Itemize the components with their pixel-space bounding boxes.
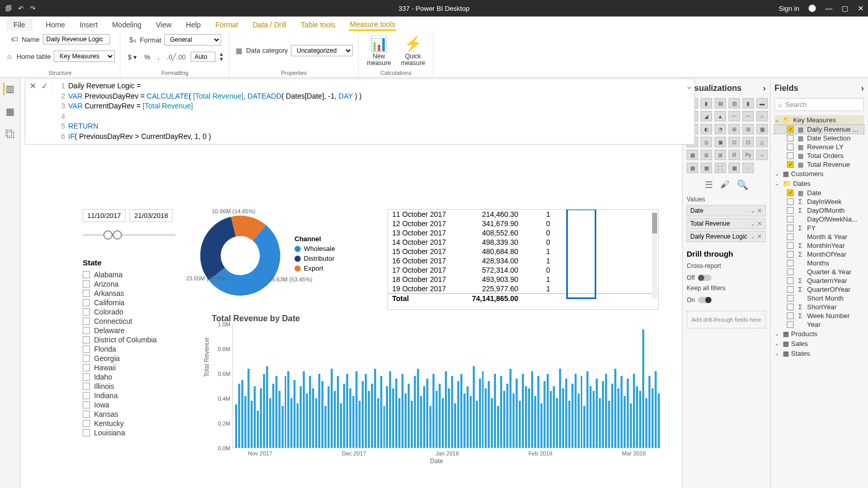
viz-type-icon[interactable]: ⊡ bbox=[742, 137, 754, 147]
bar[interactable] bbox=[451, 376, 453, 448]
checkbox-icon[interactable] bbox=[787, 295, 794, 302]
bar[interactable] bbox=[516, 379, 518, 448]
hometable-select[interactable]: Key Measures bbox=[54, 51, 115, 62]
new-measure-button[interactable]: 📊 New measure bbox=[364, 36, 394, 67]
viz-type-icon[interactable]: ⋯ bbox=[742, 163, 754, 173]
measure-name-input[interactable] bbox=[43, 34, 110, 44]
state-item[interactable]: Kansas bbox=[83, 410, 186, 419]
percent-button[interactable]: % bbox=[142, 53, 152, 61]
bar[interactable] bbox=[263, 374, 265, 448]
bar[interactable] bbox=[491, 398, 493, 448]
remove-well-icon[interactable]: ✕ bbox=[757, 207, 762, 214]
bar[interactable] bbox=[282, 406, 284, 448]
state-item[interactable]: Delaware bbox=[83, 326, 186, 335]
viz-type-icon[interactable]: Py bbox=[742, 150, 754, 160]
bar[interactable] bbox=[352, 396, 354, 448]
bar[interactable] bbox=[275, 376, 277, 448]
table-row[interactable]: 18 October 2017493,903.901 bbox=[388, 275, 658, 284]
bar[interactable] bbox=[432, 374, 435, 448]
checkbox-icon[interactable] bbox=[787, 304, 794, 310]
bar[interactable] bbox=[460, 374, 462, 448]
bar[interactable] bbox=[269, 398, 271, 448]
field-item[interactable]: ✓▦Total Revenue bbox=[774, 160, 864, 169]
viz-type-icon[interactable]: ▲ bbox=[715, 111, 726, 121]
bar[interactable] bbox=[575, 374, 577, 448]
bar[interactable] bbox=[324, 406, 327, 448]
bar[interactable] bbox=[528, 388, 530, 448]
cross-report-toggle[interactable]: Off bbox=[687, 274, 711, 281]
bar[interactable] bbox=[639, 391, 641, 448]
bar[interactable] bbox=[473, 366, 475, 448]
field-item[interactable]: DayOfWeekNa... bbox=[774, 215, 864, 224]
checkbox-icon[interactable] bbox=[83, 280, 90, 288]
bar[interactable] bbox=[315, 398, 317, 448]
bar[interactable] bbox=[365, 374, 367, 448]
bar[interactable] bbox=[398, 398, 400, 448]
bar[interactable] bbox=[506, 384, 508, 448]
field-item[interactable]: ΣMonthInYear bbox=[774, 241, 864, 250]
tab-file[interactable]: File bbox=[6, 19, 33, 31]
bar[interactable] bbox=[290, 398, 292, 448]
drillthrough-drop[interactable]: Add drill-through fields here bbox=[687, 311, 766, 328]
bar[interactable] bbox=[519, 401, 521, 448]
field-item[interactable]: ΣQuarterOfYear bbox=[774, 285, 864, 294]
field-item[interactable]: ΣShortYear bbox=[774, 303, 864, 311]
bar[interactable] bbox=[494, 374, 496, 448]
fields-collapse-icon[interactable]: › bbox=[861, 84, 864, 93]
field-well[interactable]: Daily Revenue Logic⌄ ✕ bbox=[687, 231, 766, 242]
bar[interactable] bbox=[485, 388, 487, 448]
undo-icon[interactable]: ↶ bbox=[18, 5, 24, 12]
bar[interactable] bbox=[583, 406, 585, 448]
legend-item[interactable]: Wholesale bbox=[295, 245, 335, 253]
bar[interactable] bbox=[423, 386, 425, 448]
viz-type-icon[interactable]: ▦ bbox=[701, 163, 712, 173]
bar[interactable] bbox=[655, 371, 657, 448]
bar[interactable] bbox=[392, 388, 394, 448]
report-view-icon[interactable]: ▥ bbox=[3, 83, 16, 95]
bar[interactable] bbox=[331, 369, 333, 448]
bar[interactable] bbox=[266, 366, 268, 448]
tab-help[interactable]: Help bbox=[185, 19, 202, 31]
bar[interactable] bbox=[417, 369, 419, 448]
decimals-input[interactable] bbox=[191, 52, 215, 62]
bar[interactable] bbox=[550, 391, 552, 448]
viz-type-icon[interactable]: ⊞ bbox=[715, 150, 726, 160]
state-item[interactable]: Iowa bbox=[83, 400, 186, 410]
field-item[interactable]: ✓▦Daily Revenue ... bbox=[774, 125, 864, 134]
field-item[interactable]: ✓▦Date bbox=[774, 188, 864, 197]
checkbox-icon[interactable] bbox=[787, 260, 794, 266]
field-item[interactable]: Short Month bbox=[774, 294, 864, 303]
bar[interactable] bbox=[497, 406, 499, 448]
field-item[interactable]: ΣMonthOfYear bbox=[774, 250, 864, 259]
checkbox-icon[interactable] bbox=[787, 242, 794, 249]
checkbox-icon[interactable] bbox=[83, 345, 90, 353]
bar[interactable] bbox=[436, 391, 438, 448]
viz-type-icon[interactable]: 〰 bbox=[742, 111, 754, 121]
bar[interactable] bbox=[648, 376, 650, 448]
stepper-icon[interactable]: ▲▼ bbox=[219, 52, 224, 62]
field-item[interactable]: ΣDayOfMonth bbox=[774, 206, 864, 215]
formula-expand-icon[interactable]: ⌄ bbox=[683, 79, 694, 91]
bar[interactable] bbox=[445, 371, 447, 448]
bar[interactable] bbox=[257, 411, 259, 448]
viz-type-icon[interactable]: ⊞ bbox=[729, 124, 740, 134]
table-products[interactable]: ⌄▦Products bbox=[774, 329, 864, 339]
bar[interactable] bbox=[470, 396, 472, 448]
bar[interactable] bbox=[652, 388, 654, 448]
format-tab-icon[interactable]: 🖌 bbox=[720, 179, 730, 191]
viz-type-icon[interactable]: ▥ bbox=[729, 98, 740, 108]
viz-type-icon[interactable]: ▮ bbox=[701, 98, 712, 108]
field-item[interactable]: ▦Revenue LY bbox=[774, 143, 864, 151]
checkbox-icon[interactable] bbox=[83, 308, 90, 316]
table-scrollbar[interactable] bbox=[652, 213, 657, 299]
bar[interactable] bbox=[383, 406, 385, 448]
bar[interactable] bbox=[645, 398, 647, 448]
field-item[interactable]: ΣDayInWeek bbox=[774, 197, 864, 206]
state-item[interactable]: Indiana bbox=[83, 391, 186, 400]
bar[interactable] bbox=[488, 381, 490, 448]
bar[interactable] bbox=[599, 398, 601, 448]
bar[interactable] bbox=[235, 404, 237, 448]
bar[interactable] bbox=[303, 371, 305, 448]
tab-measuretools[interactable]: Measure tools bbox=[349, 18, 396, 31]
bar[interactable] bbox=[544, 381, 546, 448]
